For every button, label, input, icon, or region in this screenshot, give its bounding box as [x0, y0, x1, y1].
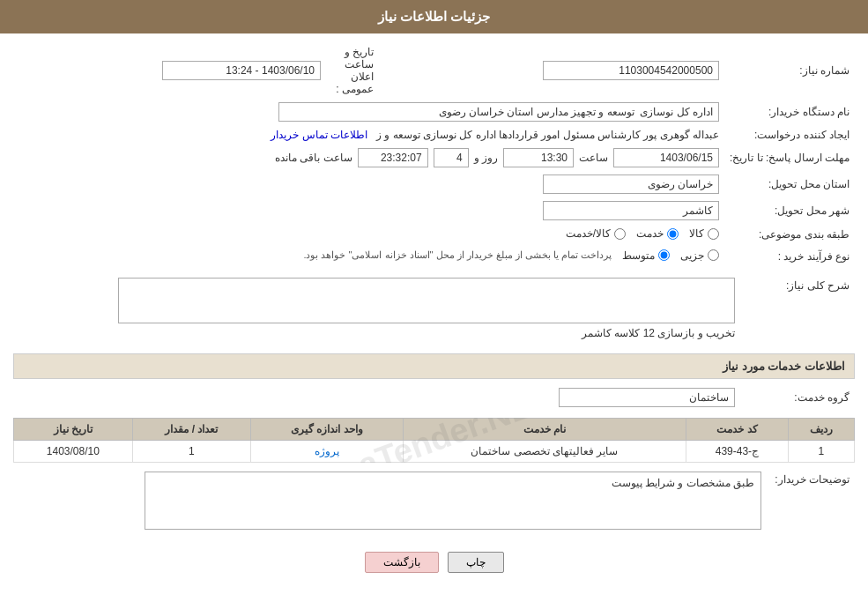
main-info-table: شماره نیاز: تاریخ و ساعت اعلان عمومی : ن…	[13, 42, 855, 267]
buyer-org-value	[13, 99, 724, 125]
response-remaining-input[interactable]	[358, 148, 428, 167]
buyer-notes-text: طبق مشخصات و شرایط پیوست	[612, 477, 754, 489]
category-radio-group: کالا خدمت کالا/خدمت	[566, 227, 719, 240]
purchase-motavaset-radio[interactable]	[658, 249, 670, 261]
deadline-label: مهلت ارسال پاسخ: تا تاریخ:	[724, 145, 855, 171]
service-group-value	[13, 384, 740, 411]
cell-row-num: 1	[788, 441, 854, 463]
purchase-note: پرداخت تمام یا بخشی از مبلغ خریدار از مح…	[303, 249, 612, 261]
cell-quantity: 1	[132, 441, 251, 463]
category-kala-label: کالا	[689, 227, 704, 240]
province-label: استان محل تحویل:	[724, 171, 855, 197]
purchase-jozei-option[interactable]: جزیی	[680, 249, 719, 262]
category-khadamat-label: خدمت	[636, 227, 664, 240]
city-value	[13, 197, 724, 224]
buyer-notes-label: توضیحات خریدار:	[767, 468, 855, 536]
purchase-type-radio-group: جزیی متوسط پرداخت تمام یا بخشی از مبلغ خ…	[303, 249, 719, 262]
service-group-label: گروه خدمت:	[740, 384, 855, 411]
back-button[interactable]: بازگشت	[365, 552, 439, 573]
table-row: 1 ج-43-439 سایر فعالیتهای تخصصی ساختمان …	[14, 441, 855, 463]
footer-buttons: چاپ بازگشت	[13, 543, 855, 586]
days-label: روز و	[474, 152, 498, 164]
print-button[interactable]: چاپ	[448, 552, 504, 573]
announce-date-label: تاریخ و ساعت اعلان عمومی :	[326, 42, 379, 99]
announce-date-value	[13, 42, 326, 99]
category-khadamat-radio[interactable]	[667, 228, 679, 240]
requester-row: ایجاد کننده درخواست: عبداله گوهری پور کا…	[13, 125, 855, 145]
col-unit: واحد اندازه گیری	[251, 419, 403, 441]
col-service-name: نام خدمت	[403, 419, 686, 441]
service-group-table: گروه خدمت:	[13, 384, 855, 411]
remaining-label: ساعت باقی مانده	[275, 152, 352, 164]
buyer-org-row: نام دستگاه خریدار:	[13, 99, 855, 125]
deadline-value: ساعت روز و ساعت باقی مانده	[13, 145, 724, 171]
services-table-header-row: ردیف کد خدمت نام خدمت واحد اندازه گیری ت…	[14, 419, 855, 441]
announce-date-input[interactable]	[162, 61, 321, 80]
city-label: شهر محل تحویل:	[724, 197, 855, 224]
need-number-input[interactable]	[543, 61, 719, 80]
services-table-wrapper: ردیف کد خدمت نام خدمت واحد اندازه گیری ت…	[13, 418, 855, 463]
purchase-type-row: نوع فرآیند خرید : جزیی متوسط پرداخت تمام…	[13, 246, 855, 268]
services-section-header: اطلاعات خدمات مورد نیاز	[13, 353, 855, 379]
content-area: شماره نیاز: تاریخ و ساعت اعلان عمومی : ن…	[0, 33, 868, 595]
purchase-jozei-label: جزیی	[680, 249, 704, 262]
buyer-notes-row: توضیحات خریدار: طبق مشخصات و شرایط پیوست	[13, 468, 855, 536]
description-content: تخریب و بازسازی 12 کلاسه کاشمر	[582, 327, 735, 339]
col-service-code: کد خدمت	[686, 419, 788, 441]
category-kala-option[interactable]: کالا	[689, 227, 719, 240]
time-label: ساعت	[579, 152, 608, 164]
response-days-input[interactable]	[434, 148, 469, 167]
category-row: طبقه بندی موضوعی: کالا خدمت	[13, 224, 855, 246]
col-quantity: تعداد / مقدار	[132, 419, 251, 441]
category-kala-radio[interactable]	[708, 228, 719, 240]
description-textarea[interactable]	[118, 278, 735, 323]
province-input[interactable]	[543, 175, 719, 194]
description-value: تخریب و بازسازی 12 کلاسه کاشمر	[13, 274, 740, 346]
buyer-notes-table: توضیحات خریدار: طبق مشخصات و شرایط پیوست	[13, 468, 855, 536]
unit-link[interactable]: پروژه	[315, 445, 339, 457]
page-header: جزئیات اطلاعات نیاز	[0, 0, 868, 33]
city-row: شهر محل تحویل:	[13, 197, 855, 224]
need-number-row: شماره نیاز: تاریخ و ساعت اعلان عمومی :	[13, 42, 855, 99]
purchase-motavaset-option[interactable]: متوسط	[622, 249, 670, 262]
cell-service-code: ج-43-439	[686, 441, 788, 463]
buyer-notes-value: طبق مشخصات و شرایط پیوست	[13, 468, 767, 536]
page-container: جزئیات اطلاعات نیاز شماره نیاز: تاریخ و …	[0, 0, 868, 609]
category-khadamat-option[interactable]: خدمت	[636, 227, 679, 240]
purchase-type-value: جزیی متوسط پرداخت تمام یا بخشی از مبلغ خ…	[13, 246, 724, 268]
service-group-input[interactable]	[559, 388, 735, 407]
cell-unit: پروژه	[251, 441, 403, 463]
description-row: شرح کلی نیاز: تخریب و بازسازی 12 کلاسه ک…	[13, 274, 855, 346]
description-box	[19, 278, 735, 323]
purchase-motavaset-label: متوسط	[622, 249, 655, 262]
province-row: استان محل تحویل:	[13, 171, 855, 197]
cell-date: 1403/08/10	[14, 441, 133, 463]
buyer-org-label: نام دستگاه خریدار:	[724, 99, 855, 125]
purchase-type-label: نوع فرآیند خرید :	[724, 246, 855, 268]
col-row-num: ردیف	[788, 419, 854, 441]
description-label: شرح کلی نیاز:	[740, 274, 855, 346]
col-date: تاریخ نیاز	[14, 419, 133, 441]
services-table-body: 1 ج-43-439 سایر فعالیتهای تخصصی ساختمان …	[14, 441, 855, 463]
buyer-notes-wrapper: طبق مشخصات و شرایط پیوست	[19, 472, 761, 532]
purchase-jozei-radio[interactable]	[708, 249, 719, 261]
response-time-input[interactable]	[503, 148, 574, 167]
city-input[interactable]	[543, 201, 719, 220]
category-value: کالا خدمت کالا/خدمت	[13, 224, 724, 246]
province-value	[13, 171, 724, 197]
category-kala-khadamat-option[interactable]: کالا/خدمت	[566, 227, 626, 240]
requester-text: عبداله گوهری پور کارشناس مسئول امور قرار…	[376, 129, 719, 141]
category-label: طبقه بندی موضوعی:	[724, 224, 855, 246]
page-title: جزئیات اطلاعات نیاز	[378, 9, 490, 24]
category-kala-khadamat-radio[interactable]	[614, 228, 626, 240]
requester-label: ایجاد کننده درخواست:	[724, 125, 855, 145]
description-table: شرح کلی نیاز: تخریب و بازسازی 12 کلاسه ک…	[13, 274, 855, 346]
description-text: تخریب و بازسازی 12 کلاسه کاشمر	[19, 323, 735, 343]
requester-link[interactable]: اطلاعات تماس خریدار	[271, 129, 367, 141]
requester-value: عبداله گوهری پور کارشناس مسئول امور قرار…	[13, 125, 724, 145]
services-table-head: ردیف کد خدمت نام خدمت واحد اندازه گیری ت…	[14, 419, 855, 441]
service-group-row: گروه خدمت:	[13, 384, 855, 411]
response-date-input[interactable]	[613, 148, 719, 167]
category-kala-khadamat-label: کالا/خدمت	[566, 227, 611, 240]
buyer-org-input[interactable]	[278, 102, 719, 122]
